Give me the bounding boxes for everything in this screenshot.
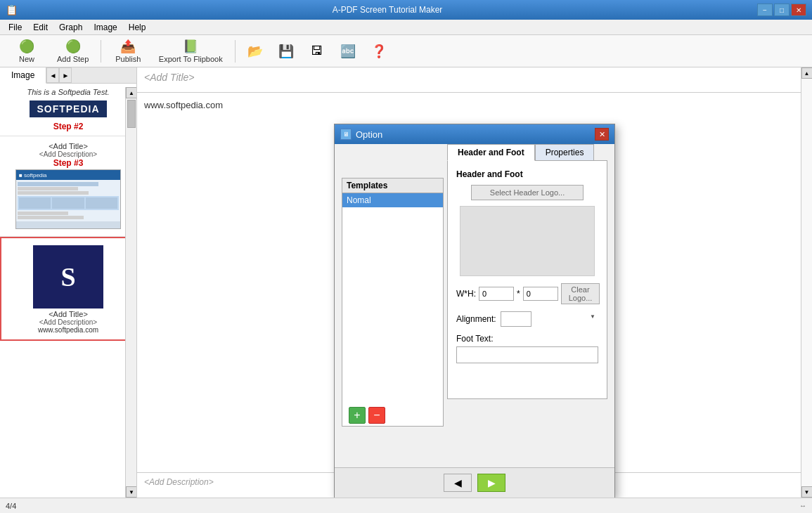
sidebar-tab-image[interactable]: Image [0, 67, 46, 84]
alignment-label: Alignment: [456, 314, 496, 324]
tab-properties[interactable]: Properties [535, 144, 595, 160]
height-input[interactable] [523, 287, 558, 301]
publish-label: Publish [115, 55, 141, 63]
foot-text-section: Foot Text: [456, 334, 598, 363]
menu-edit[interactable]: Edit [27, 21, 53, 34]
dialog-title: Option [356, 129, 382, 140]
window-title: A-PDF Screen Tutorial Maker [18, 5, 757, 15]
sidebar-tab-scroll-right[interactable]: ► [59, 67, 72, 83]
step-item-3[interactable]: <Add Title> <Add Description> Step #3 ■ … [0, 136, 136, 237]
title-bar-controls: − □ ✕ [757, 4, 806, 16]
alignment-select[interactable]: Left Center Right [501, 311, 531, 327]
minimize-button[interactable]: − [757, 4, 773, 16]
width-input[interactable] [479, 287, 514, 301]
export-flipbook-button[interactable]: 📗 Export To Flipbook [152, 38, 229, 65]
export-label: Export To Flipbook [159, 55, 223, 63]
menu-image[interactable]: Image [88, 21, 122, 34]
add-template-button[interactable]: + [349, 407, 366, 424]
dialog-close-button[interactable]: ✕ [595, 128, 609, 141]
sidebar: Image ◄ ► This is a Softpedia Test. SOFT… [0, 67, 137, 498]
multiply-sign: * [517, 289, 520, 299]
foot-text-input[interactable] [456, 346, 598, 363]
open-button[interactable]: 📂 [241, 38, 269, 65]
toolbar-separator-1 [101, 40, 101, 63]
option-dialog: 🖥 Option ✕ Templates Nomal Head [334, 124, 615, 498]
dialog-tab-area: Header and Foot Properties Header and Fo… [447, 144, 607, 399]
step-item-4[interactable]: S <Add Title> <Add Description> www.soft… [0, 237, 136, 341]
content-area: <Add Title> www.softpedia.com <Add Descr… [137, 67, 812, 498]
step-item-2[interactable]: This is a Softpedia Test. SOFTPEDIA Step… [0, 84, 136, 136]
menu-graph[interactable]: Graph [53, 21, 88, 34]
publish-icon: 📤 [120, 39, 136, 54]
clear-logo-button[interactable]: Clear Logo... [561, 283, 600, 304]
export-icon: 📗 [183, 39, 198, 54]
menu-help[interactable]: Help [123, 21, 152, 34]
templates-panel: Templates Nomal [342, 178, 444, 427]
app-icon: 📋 [6, 4, 18, 15]
help-icon: ❓ [371, 44, 387, 59]
step3-image: ■ softpedia [15, 169, 121, 229]
dialog-body: Templates Nomal Header and Foot Properti… [335, 144, 614, 467]
remove-template-button[interactable]: − [368, 407, 385, 424]
step4-image: S [33, 245, 103, 309]
wh-label: W*H: [456, 289, 476, 299]
menu-file[interactable]: File [3, 21, 27, 34]
sidebar-scroll-thumb[interactable] [127, 100, 136, 128]
sidebar-tabs: Image ◄ ► [0, 67, 136, 84]
step2-number: Step #2 [4, 122, 132, 131]
sidebar-scrollbar[interactable]: ▲ ▼ [125, 87, 136, 498]
save-button[interactable]: 💾 [272, 38, 300, 65]
softpedia-logo: SOFTPEDIA [30, 100, 106, 117]
new-icon: 🟢 [19, 39, 34, 54]
status-bar: 4/4 ↔ [0, 498, 812, 513]
title-bar: 📋 A-PDF Screen Tutorial Maker − □ ✕ [0, 0, 812, 20]
save-icon: 💾 [278, 44, 294, 59]
dialog-tab-content: Header and Foot Select Header Logo... W*… [447, 160, 607, 399]
dialog-bottom: ◀ ▶ [335, 467, 614, 498]
dialog-overlay: 🖥 Option ✕ Templates Nomal Head [137, 67, 812, 498]
step2-text: This is a Softpedia Test. [4, 88, 132, 96]
toolbar-separator-2 [235, 40, 236, 63]
main-layout: Image ◄ ► This is a Softpedia Test. SOFT… [0, 67, 812, 498]
sidebar-scroll-up[interactable]: ▲ [126, 87, 137, 98]
add-step-button[interactable]: 🟢 Add Step [51, 38, 95, 65]
title-bar-left: 📋 [6, 4, 18, 15]
sidebar-tab-scroll[interactable]: ◄ [46, 67, 59, 83]
template-item-nomal[interactable]: Nomal [342, 193, 443, 207]
add-remove-row: + − [342, 403, 392, 428]
toolbar: 🟢 New 🟢 Add Step 📤 Publish 📗 Export To F… [0, 35, 812, 67]
alignment-row: Alignment: Left Center Right [456, 311, 598, 327]
spell-button[interactable]: 🔤 [334, 38, 362, 65]
sidebar-scroll-down[interactable]: ▼ [126, 486, 137, 498]
select-header-logo-button[interactable]: Select Header Logo... [471, 185, 584, 200]
step4-desc: <Add Description> [6, 318, 131, 326]
add-step-label: Add Step [57, 55, 89, 63]
publish-button[interactable]: 📤 Publish [107, 38, 149, 65]
step4-url: www.softpedia.com [6, 326, 131, 334]
dialog-icon: 🖥 [340, 129, 352, 140]
alignment-select-wrap: Left Center Right [501, 311, 598, 327]
spell-icon: 🔤 [340, 44, 356, 59]
new-button[interactable]: 🟢 New [6, 38, 48, 65]
tab-header-foot[interactable]: Header and Foot [447, 144, 535, 161]
step3-number: Step #3 [4, 158, 132, 168]
prev-button[interactable]: ◀ [444, 474, 472, 492]
step3-desc: <Add Description> [4, 150, 132, 158]
save-as-button[interactable]: 🖫 [303, 38, 331, 65]
add-step-icon: 🟢 [65, 39, 81, 54]
wh-row: W*H: * Clear Logo... [456, 283, 598, 304]
step3-title: <Add Title> [4, 142, 132, 150]
help-button[interactable]: ❓ [365, 38, 393, 65]
save-as-icon: 🖫 [311, 44, 323, 58]
section-header-foot: Header and Foot [456, 169, 598, 179]
dialog-tabs: Header and Foot Properties [447, 144, 607, 160]
logo-preview [460, 206, 595, 276]
new-label: New [19, 55, 34, 63]
templates-header: Templates [342, 178, 443, 193]
close-button[interactable]: ✕ [791, 4, 806, 16]
foot-text-label: Foot Text: [456, 334, 598, 344]
maximize-button[interactable]: □ [774, 4, 790, 16]
menu-bar: File Edit Graph Image Help [0, 20, 812, 35]
step4-title: <Add Title> [6, 310, 131, 318]
next-button[interactable]: ▶ [477, 474, 505, 492]
